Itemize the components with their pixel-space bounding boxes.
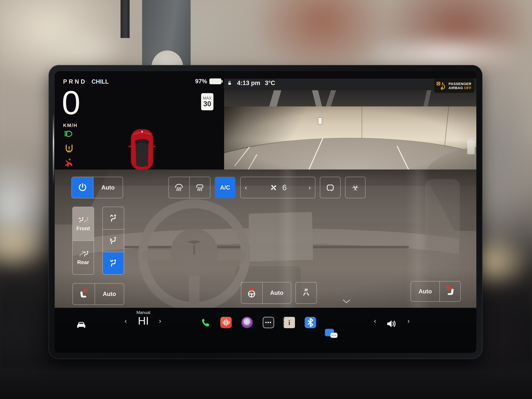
seat-heater-icon-mirrored xyxy=(445,286,456,297)
audio-app-button[interactable] xyxy=(220,317,232,328)
temp-mode-label: Manual xyxy=(136,310,150,315)
ac-button[interactable]: A/C xyxy=(215,177,235,198)
fan-speed-increase[interactable]: › xyxy=(309,184,311,191)
outside-temperature: 3°C xyxy=(265,80,275,87)
chevron-down-icon xyxy=(343,299,350,303)
volume-down-button[interactable]: ‹ xyxy=(374,317,376,325)
airbag-occupant-number: 2 xyxy=(441,86,443,91)
temperature-control[interactable]: Manual HI xyxy=(136,310,150,327)
typing-bubble-icon xyxy=(330,333,337,338)
app-launcher-button[interactable]: ••• xyxy=(263,317,274,328)
speed-value: 0 xyxy=(62,86,80,119)
seatbelt-reminder-icon xyxy=(64,157,74,168)
battery-icon xyxy=(209,78,221,84)
front-seats-icon xyxy=(77,216,89,224)
phone-app-button[interactable] xyxy=(200,317,211,329)
camera-feed xyxy=(224,106,476,171)
time-temp-row: 4:13 pm 3°C xyxy=(227,80,275,87)
volume-icon xyxy=(385,318,397,330)
right-seat-auto-button[interactable]: Auto xyxy=(411,281,439,301)
airbag-state: OFF xyxy=(464,86,472,90)
steering-heater-button[interactable] xyxy=(241,282,262,303)
bezel-glint xyxy=(53,113,54,185)
wiper-heater-button[interactable] xyxy=(295,282,317,304)
collapse-climate-button[interactable] xyxy=(342,299,351,304)
speed-limit-value: 30 xyxy=(203,100,211,107)
dashboard-shadow xyxy=(0,361,532,399)
clock: 4:13 pm xyxy=(237,80,260,87)
front-defrost-icon xyxy=(174,183,184,193)
airbag-icon: 2 xyxy=(436,81,447,91)
battery-status: 97% xyxy=(179,78,221,85)
speed-unit: KM/H xyxy=(63,123,77,128)
airbag-line1: PASSENGER xyxy=(449,82,471,86)
steering-wheel-heater-icon xyxy=(246,287,257,298)
volume-button[interactable] xyxy=(385,318,397,330)
vent-face-button[interactable] xyxy=(103,229,124,252)
fan-speed-control: ‹ 6 › xyxy=(240,177,315,198)
left-seat-heater-group: Auto xyxy=(72,283,124,305)
tire-pressure-warning-icon xyxy=(64,143,74,153)
right-seat-heater-button[interactable] xyxy=(439,281,460,301)
fan-icon xyxy=(269,183,278,192)
speed-limit-label: MAX xyxy=(203,96,212,100)
defrost-group xyxy=(168,177,210,198)
temp-value: HI xyxy=(136,315,150,327)
manual-info-glyph: i xyxy=(288,318,290,327)
volume-up-button[interactable]: › xyxy=(407,317,410,325)
speed-limit-sign: MAX 30 xyxy=(201,93,213,110)
screen-mount-rod xyxy=(120,0,130,38)
left-seat-auto-button[interactable]: Auto xyxy=(95,284,124,305)
passenger-airbag-badge: 2 PASSENGER AIRBAG OFF xyxy=(434,79,474,93)
recirculation-button[interactable] xyxy=(320,177,341,198)
touchscreen-bezel: PRND · CHILL 97% MAX 30 0 KM/H xyxy=(49,65,482,359)
car-icon xyxy=(75,318,88,330)
power-icon xyxy=(77,183,88,193)
temp-increase-button[interactable]: › xyxy=(159,317,161,325)
vent-direction-group xyxy=(102,207,124,275)
messages-button[interactable] xyxy=(325,329,337,340)
low-beam-headlights-icon xyxy=(64,129,74,139)
wiper-heater-icon xyxy=(301,288,311,298)
rear-zone-button[interactable]: Rear xyxy=(73,241,94,274)
rear-seats-icon xyxy=(77,250,89,258)
vent-face-up-icon xyxy=(108,213,118,223)
climate-power-group: Auto xyxy=(71,177,123,198)
biohazard-icon: ☣ xyxy=(352,183,359,192)
climate-auto-button[interactable]: Auto xyxy=(93,177,123,198)
front-zone-button[interactable]: Front xyxy=(73,207,94,241)
status-separator: · xyxy=(85,78,87,84)
battery-percent: 97% xyxy=(195,78,207,85)
app-launcher-dots: ••• xyxy=(265,320,272,325)
touchscreen: PRND · CHILL 97% MAX 30 0 KM/H xyxy=(55,71,476,353)
unlock-icon[interactable] xyxy=(227,80,233,86)
airbag-line2: AIRBAG xyxy=(449,86,463,90)
rear-defrost-button[interactable] xyxy=(189,177,210,198)
recirculation-icon xyxy=(326,183,335,192)
left-seat-heater-button[interactable] xyxy=(73,284,95,305)
media-app-button[interactable] xyxy=(241,317,253,328)
rear-defrost-icon xyxy=(195,183,205,193)
temp-decrease-button[interactable]: ‹ xyxy=(125,317,127,325)
bluetooth-icon xyxy=(305,317,316,328)
fan-speed-value: 6 xyxy=(282,183,287,192)
bluetooth-button[interactable] xyxy=(305,317,316,328)
bioweapon-defense-button[interactable]: ☣ xyxy=(345,177,366,198)
cabin-photo: { "colors": { "accent_blue": "#1e74e6", … xyxy=(0,0,532,399)
climate-power-button[interactable] xyxy=(72,177,93,198)
right-seat-heater-group: Auto xyxy=(411,281,461,302)
vent-face-icon xyxy=(108,236,118,246)
fan-speed-decrease[interactable]: ‹ xyxy=(245,184,247,191)
vent-feet-icon xyxy=(108,258,118,268)
distribution-zone-group: Front Rear xyxy=(72,207,94,275)
vent-feet-button[interactable] xyxy=(103,252,124,274)
vent-face-up-button[interactable] xyxy=(103,207,124,229)
phone-icon xyxy=(200,317,211,329)
app-dock: ‹ Manual HI › ••• xyxy=(55,308,476,353)
car-controls-button[interactable] xyxy=(75,318,88,330)
steering-auto-button[interactable]: Auto xyxy=(262,282,291,303)
front-defrost-button[interactable] xyxy=(169,177,189,198)
vehicle-avatar xyxy=(128,128,156,170)
steering-heater-group: Auto xyxy=(241,282,291,304)
owners-manual-button[interactable]: i xyxy=(284,317,295,328)
